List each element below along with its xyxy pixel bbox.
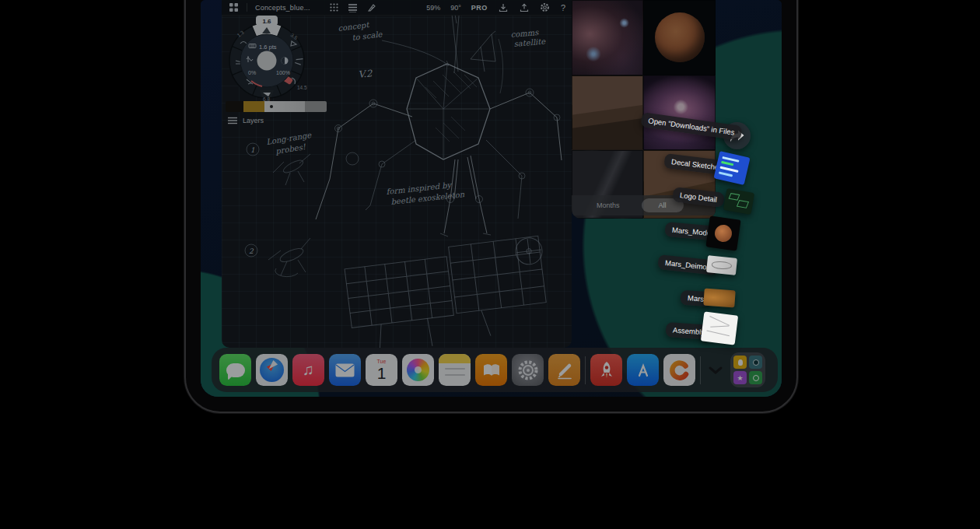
drag-thumb-mars[interactable] (703, 289, 735, 308)
drag-thumb-assembly[interactable] (701, 311, 738, 345)
drag-thumb-logo-detail[interactable] (723, 188, 754, 215)
ipad-device-frame: concept to scale comms satellite V.2 Lon… (184, 0, 798, 413)
drag-thumb-mars-deimos[interactable] (706, 255, 737, 275)
drag-action-label[interactable]: Open “Downloads” in Files (640, 112, 742, 141)
drag-thumb-mars-model[interactable] (705, 215, 740, 250)
drag-label-logo-detail[interactable]: Logo Detail (672, 187, 725, 208)
ipad-screen: concept to scale comms satellite V.2 Lon… (201, 0, 782, 397)
stage: concept to scale comms satellite V.2 Lon… (0, 0, 980, 529)
drag-thumb-decal-sketches[interactable] (713, 151, 750, 185)
drag-drop-layer: Open “Downloads” in Files Decal Sketches… (201, 0, 782, 397)
